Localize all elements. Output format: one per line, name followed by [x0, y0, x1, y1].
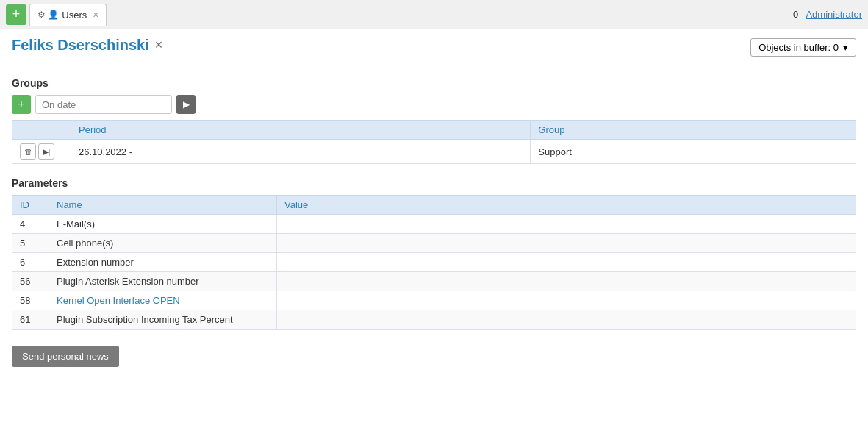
param-name-1: Cell phone(s) [49, 234, 277, 253]
page-content: Feliks Dserschinski × Objects in buffer:… [0, 29, 868, 374]
param-value-4 [277, 291, 856, 310]
groups-add-button[interactable]: + [12, 95, 31, 114]
table-row: 61 Plugin Subscription Incoming Tax Perc… [12, 310, 856, 330]
navigate-row-button[interactable]: ▶| [38, 143, 54, 160]
table-row: 58 Kernel Open Interface OPEN [12, 291, 856, 310]
param-name-2: Extension number [49, 253, 277, 272]
parameters-table: ID Name Value 4 E-Mail(s) 5 Cell phone(s… [12, 195, 856, 330]
tab-close-icon[interactable]: × [93, 9, 98, 21]
groups-col-actions [12, 121, 71, 140]
param-value-2 [277, 253, 856, 272]
param-name-0: E-Mail(s) [49, 215, 277, 234]
param-id-0: 4 [12, 215, 49, 234]
param-id-2: 6 [12, 253, 49, 272]
top-bar: + ⚙ 👤 Users × 0 Administrator [0, 0, 868, 29]
param-id-3: 56 [12, 272, 49, 291]
tab-label: Users [62, 10, 87, 21]
table-row: 5 Cell phone(s) [12, 234, 856, 253]
param-name-4: Kernel Open Interface OPEN [49, 291, 277, 310]
param-id-4: 58 [12, 291, 49, 310]
param-name-5: Plugin Subscription Incoming Tax Percent [49, 310, 277, 330]
table-row: 6 Extension number [12, 253, 856, 272]
params-col-id: ID [12, 196, 49, 215]
users-tab[interactable]: ⚙ 👤 Users × [29, 4, 107, 26]
buffer-label: Objects in buffer: 0 [758, 42, 839, 53]
tab-icon: ⚙ 👤 [37, 10, 59, 20]
header-row: Feliks Dserschinski × Objects in buffer:… [12, 37, 856, 65]
admin-link[interactable]: Administrator [806, 9, 862, 20]
top-bar-left: + ⚙ 👤 Users × [6, 4, 107, 26]
page-title-area: Feliks Dserschinski × [12, 37, 162, 54]
delete-row-button[interactable]: 🗑 [20, 143, 36, 160]
buffer-expand-icon: ▾ [843, 42, 848, 53]
groups-col-group: Group [531, 121, 856, 140]
groups-row-period: 26.10.2022 - [71, 140, 531, 164]
page-title: Feliks Dserschinski [12, 37, 149, 54]
groups-table: Period Group 🗑 ▶| 26.10.2022 - Support [12, 120, 856, 164]
groups-col-period: Period [71, 121, 531, 140]
groups-section-title: Groups [12, 77, 856, 89]
groups-row-actions: 🗑 ▶| [12, 140, 71, 164]
groups-row-group: Support [531, 140, 856, 164]
groups-arrow-button[interactable]: ▶ [176, 95, 196, 114]
add-button[interactable]: + [6, 4, 26, 25]
param-id-5: 61 [12, 310, 49, 330]
parameters-section-title: Parameters [12, 177, 856, 189]
top-bar-right: 0 Administrator [793, 9, 862, 20]
page-close-icon[interactable]: × [155, 38, 163, 53]
buffer-button[interactable]: Objects in buffer: 0 ▾ [750, 38, 856, 57]
params-col-value: Value [277, 196, 856, 215]
param-id-1: 5 [12, 234, 49, 253]
param-value-5 [277, 310, 856, 330]
param-value-3 [277, 272, 856, 291]
send-personal-news-button[interactable]: Send personal news [12, 346, 119, 367]
param-name-3: Plugin Asterisk Extension number [49, 272, 277, 291]
buffer-count-display: 0 [793, 9, 798, 20]
table-row: 56 Plugin Asterisk Extension number [12, 272, 856, 291]
params-col-name: Name [49, 196, 277, 215]
groups-toolbar: + ▶ [12, 95, 856, 114]
table-row: 4 E-Mail(s) [12, 215, 856, 234]
table-row: 🗑 ▶| 26.10.2022 - Support [12, 140, 856, 164]
date-input[interactable] [35, 95, 172, 114]
param-value-0 [277, 215, 856, 234]
param-value-1 [277, 234, 856, 253]
